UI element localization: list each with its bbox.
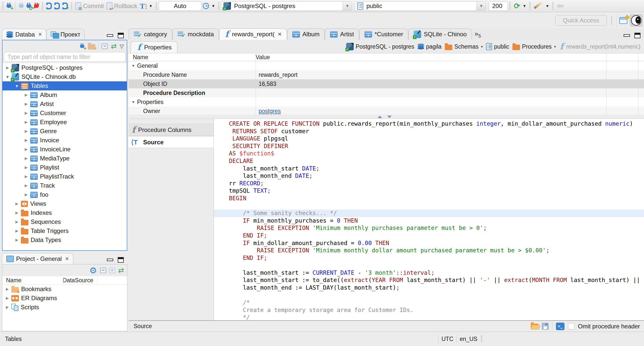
bottom-tab-source[interactable]: Source <box>129 323 152 330</box>
expand-arrow-icon[interactable]: ▶ <box>5 305 10 309</box>
tree-item-InvoiceLine[interactable]: ▶InvoiceLine <box>3 145 127 154</box>
transaction-mode-button[interactable]: T▼ <box>140 3 153 9</box>
disconnect-button[interactable] <box>34 3 39 9</box>
editor-tab-*Customer[interactable]: *Customer <box>359 28 408 40</box>
open-sql-script-button[interactable]: → <box>54 3 60 9</box>
tree-item-Data Types[interactable]: ▶Data Types <box>3 235 127 245</box>
chevron-down-icon[interactable]: ▾ <box>554 45 556 49</box>
new-folder-icon[interactable] <box>88 44 95 50</box>
close-icon[interactable]: ✕ <box>278 31 282 37</box>
expand-arrow-icon[interactable]: ▶ <box>24 93 29 97</box>
status-timezone[interactable]: UTC <box>441 336 453 342</box>
expand-arrow-icon[interactable]: ▶ <box>14 229 19 233</box>
toolbar-drag-handle[interactable] <box>2 2 4 10</box>
new-connection-icon[interactable]: + <box>80 43 85 49</box>
tree-item-MediaType[interactable]: ▶MediaType <box>3 154 127 163</box>
connect-button[interactable] <box>19 3 24 9</box>
breadcrumb-item-Schemas[interactable]: Schemas▾ <box>445 43 483 50</box>
tree-item-Views[interactable]: ▶Views <box>3 199 127 208</box>
expand-arrow-icon[interactable]: ▶ <box>24 129 29 133</box>
group-expand-icon[interactable]: ▼ <box>132 64 137 68</box>
tab-projects[interactable]: Проект <box>46 29 85 40</box>
editor-tab-mockdata[interactable]: mockdata <box>172 28 219 40</box>
link-with-editor-icon[interactable]: ⇄ <box>118 267 124 273</box>
expand-arrow-icon[interactable]: ▶ <box>5 287 10 291</box>
expand-all-icon[interactable]: + <box>109 268 115 273</box>
expand-arrow-icon[interactable]: ▶ <box>24 111 29 115</box>
editor-tab-rewards_report([interactable]: frewards_report(✕ <box>219 28 287 40</box>
tree-item-SQLite - Chinook.db[interactable]: ▼SQLite - Chinook.db <box>3 72 127 81</box>
tab-overflow-indicator[interactable]: »5 <box>472 30 484 40</box>
expand-arrow-icon[interactable]: ▶ <box>14 201 19 206</box>
schema-combo-arrow[interactable]: ▼ <box>476 2 486 10</box>
connection-combo[interactable]: PostgreSQL - postgres ▼ <box>221 2 352 11</box>
property-row-Procedure Description[interactable]: Procedure Description <box>129 88 644 97</box>
object-filter-input[interactable] <box>4 52 126 62</box>
rollback-button[interactable]: ↩ Rollback <box>106 2 137 10</box>
splitter-up-icon[interactable] <box>378 116 382 118</box>
tree-item-Genre[interactable]: ▶Genre <box>3 127 127 136</box>
tree-item-Table Triggers[interactable]: ▶Table Triggers <box>3 226 127 235</box>
close-icon[interactable]: ✕ <box>38 31 42 37</box>
open-console-icon[interactable]: >_ <box>556 323 565 330</box>
tree-item-Customer[interactable]: ▶Customer <box>3 109 127 118</box>
expand-arrow-icon[interactable]: ▶ <box>24 165 29 170</box>
expand-arrow-icon[interactable]: ▶ <box>24 138 29 143</box>
tree-item-Employee[interactable]: ▶Employee <box>3 118 127 127</box>
connection-combo-arrow[interactable]: ▼ <box>343 2 352 10</box>
collapse-arrow-icon[interactable]: ▼ <box>5 75 10 79</box>
tab-properties[interactable]: f Properties <box>131 41 177 53</box>
breadcrumb-item-PostgreSQL - postgres[interactable]: PostgreSQL - postgres <box>346 43 414 50</box>
save-to-file-icon[interactable] <box>542 323 549 330</box>
sql-source-editor[interactable]: CREATE OR REPLACE FUNCTION public.reward… <box>214 119 644 320</box>
tree-item-Bookmarks[interactable]: ▶Bookmarks <box>2 285 127 294</box>
sql-editor-button[interactable] <box>46 3 52 9</box>
group-expand-icon[interactable]: ▼ <box>132 100 137 104</box>
tree-item-foo[interactable]: ▶foo <box>3 190 127 199</box>
sash-splitter[interactable] <box>129 115 644 119</box>
property-row-Object ID[interactable]: Object ID16,583 <box>129 79 644 88</box>
dbeaver-perspective-button[interactable] <box>630 14 642 26</box>
maximize-icon[interactable] <box>118 257 124 263</box>
editor-tab-category[interactable]: category <box>129 28 172 40</box>
fetch-size-input[interactable]: 200 <box>489 2 508 11</box>
open-perspective-icon[interactable] <box>619 17 627 24</box>
collapse-all-icon[interactable]: − <box>100 268 106 273</box>
splitter-down-icon[interactable] <box>387 116 392 118</box>
expand-arrow-icon[interactable]: ▶ <box>24 147 29 152</box>
tree-item-ER Diagrams[interactable]: ▶ER Diagrams <box>2 294 127 303</box>
breadcrumb-item-Procedures[interactable]: Procedures▾ <box>512 43 556 50</box>
breadcrumb-item-public[interactable]: public <box>486 43 509 50</box>
schema-combo[interactable]: public ▼ <box>355 2 486 11</box>
link-with-editor-icon[interactable]: ⇄ <box>111 43 116 49</box>
gear-icon[interactable]: ⚙ <box>89 267 97 274</box>
expand-arrow-icon[interactable]: ▶ <box>24 192 29 197</box>
tab-database-navigator[interactable]: Databa ✕ <box>2 29 46 40</box>
quick-access-input[interactable]: Quick Access <box>555 15 607 26</box>
tree-item-Playlist[interactable]: ▶Playlist <box>3 163 127 172</box>
commit-mode-combo[interactable]: Auto <box>159 2 202 11</box>
column-datasource[interactable]: DataSource <box>63 277 93 284</box>
minimize-icon[interactable] <box>624 34 630 37</box>
refresh-button[interactable]: ⟳▼ <box>514 3 526 9</box>
property-row-Properties[interactable]: ▼Properties <box>129 97 644 107</box>
expand-arrow-icon[interactable]: ▶ <box>24 156 29 161</box>
breadcrumb-item-rewards_report(int4,numeric)[interactable]: frewards_report(int4,numeric) <box>559 43 640 51</box>
expand-arrow-icon[interactable]: ▶ <box>14 220 19 224</box>
column-name[interactable]: Name <box>129 54 256 61</box>
chevron-down-icon[interactable]: ▾ <box>481 45 483 49</box>
status-locale[interactable]: en_US <box>460 336 477 342</box>
editor-tab-Artist[interactable]: Artist <box>325 28 359 40</box>
tree-item-Album[interactable]: ▶Album <box>3 90 127 99</box>
property-row-Procedure Name[interactable]: Procedure Namerewards_report <box>129 70 644 79</box>
property-value-link[interactable]: postgres <box>256 108 281 115</box>
tree-item-Track[interactable]: ▶Track <box>3 181 127 190</box>
reconnect-button[interactable]: ⟳ <box>26 3 31 9</box>
tree-item-Tables[interactable]: ▼Tables <box>3 81 127 90</box>
expand-arrow-icon[interactable]: ▶ <box>14 238 19 242</box>
maximize-icon[interactable] <box>634 33 640 38</box>
expand-arrow-icon[interactable]: ▶ <box>24 174 29 179</box>
new-connection-button[interactable]: + <box>7 3 12 9</box>
property-row-General[interactable]: ▼General <box>129 61 644 70</box>
expand-arrow-icon[interactable]: ▶ <box>24 102 29 106</box>
